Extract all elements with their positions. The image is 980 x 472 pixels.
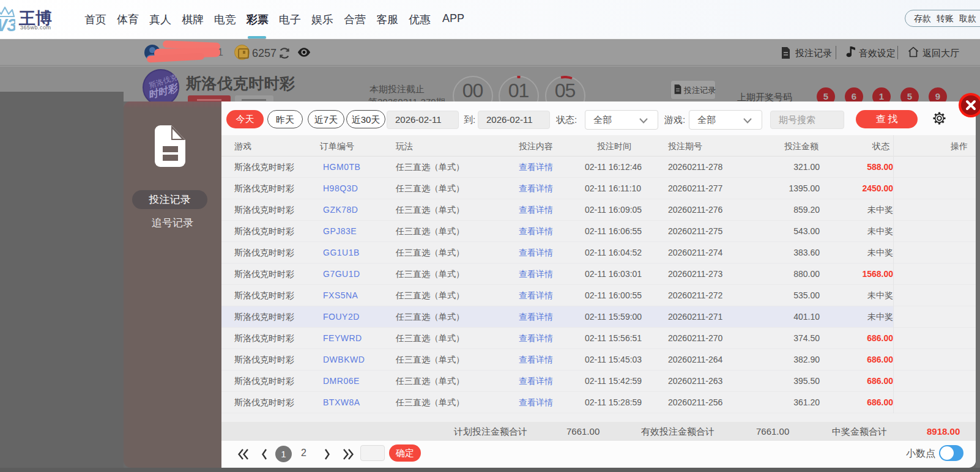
svg-text:W3: W3 — [0, 15, 15, 34]
